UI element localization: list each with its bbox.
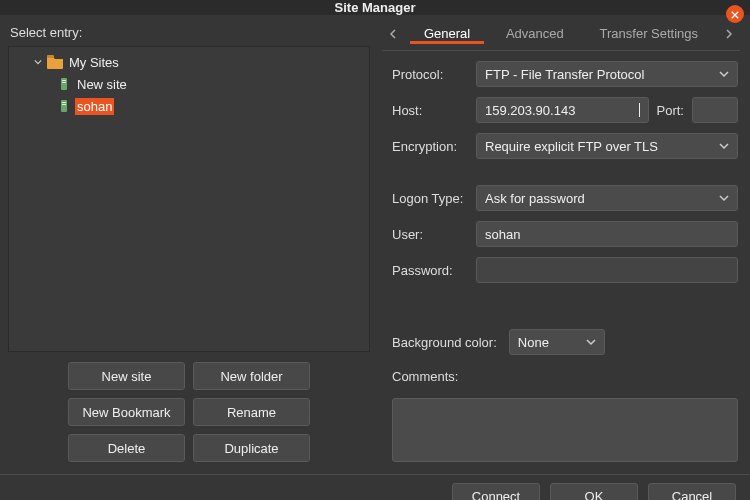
row-bgcolor: Background color: None <box>392 329 738 355</box>
row-password: Password: <box>392 257 738 283</box>
chevron-down-icon <box>719 193 729 203</box>
general-form: Protocol: FTP - File Transfer Protocol H… <box>382 51 740 462</box>
row-host: Host: Port: <box>392 97 738 123</box>
ok-button[interactable]: OK <box>550 483 638 501</box>
duplicate-button[interactable]: Duplicate <box>193 434 310 462</box>
svg-rect-0 <box>47 55 54 58</box>
site-action-buttons: New site New folder New Bookmark Rename … <box>8 352 370 462</box>
tab-transfer-settings[interactable]: Transfer Settings <box>586 26 713 44</box>
titlebar: Site Manager <box>0 0 750 15</box>
host-label: Host: <box>392 103 468 118</box>
tab-bar: General Advanced Transfer Settings <box>382 19 740 51</box>
text-cursor <box>639 103 640 117</box>
close-button[interactable] <box>726 5 744 23</box>
select-entry-label: Select entry: <box>10 25 370 40</box>
logon-type-select[interactable]: Ask for password <box>476 185 738 211</box>
password-label: Password: <box>392 263 468 278</box>
svg-rect-4 <box>61 100 67 112</box>
tab-general[interactable]: General <box>410 26 484 44</box>
chevron-down-icon <box>586 337 596 347</box>
left-pane: Select entry: My Sites <box>0 15 378 474</box>
row-protocol: Protocol: FTP - File Transfer Protocol <box>392 61 738 87</box>
new-bookmark-button[interactable]: New Bookmark <box>68 398 185 426</box>
cancel-button[interactable]: Cancel <box>648 483 736 501</box>
logon-type-label: Logon Type: <box>392 191 468 206</box>
svg-rect-5 <box>62 102 66 103</box>
comments-label: Comments: <box>392 369 738 384</box>
tree-item-new-site[interactable]: New site <box>9 73 369 95</box>
delete-button[interactable]: Delete <box>68 434 185 462</box>
user-input[interactable] <box>485 227 729 242</box>
protocol-select[interactable]: FTP - File Transfer Protocol <box>476 61 738 87</box>
site-manager-window: Site Manager Select entry: <box>0 0 750 500</box>
server-icon <box>57 99 71 113</box>
spacer <box>392 169 738 175</box>
folder-icon <box>47 55 63 69</box>
logon-type-value: Ask for password <box>485 191 585 206</box>
server-icon <box>57 77 71 91</box>
tree-root-my-sites[interactable]: My Sites <box>9 51 369 73</box>
comments-textarea[interactable] <box>392 398 738 462</box>
caret-down-icon <box>33 58 43 66</box>
user-input-wrapper <box>476 221 738 247</box>
tab-scroll-left[interactable] <box>382 21 406 49</box>
new-site-button[interactable]: New site <box>68 362 185 390</box>
protocol-value: FTP - File Transfer Protocol <box>485 67 644 82</box>
password-input[interactable] <box>485 263 729 278</box>
tree-root-label: My Sites <box>67 54 121 71</box>
new-folder-button[interactable]: New folder <box>193 362 310 390</box>
row-logon-type: Logon Type: Ask for password <box>392 185 738 211</box>
tab-advanced[interactable]: Advanced <box>492 26 578 44</box>
encryption-label: Encryption: <box>392 139 468 154</box>
site-tree[interactable]: My Sites New site sohan <box>8 46 370 352</box>
chevron-down-icon <box>719 69 729 79</box>
chevron-right-icon <box>723 27 733 42</box>
window-title: Site Manager <box>335 0 416 15</box>
spacer <box>392 293 738 319</box>
right-pane: General Advanced Transfer Settings Proto… <box>378 15 750 474</box>
rename-button[interactable]: Rename <box>193 398 310 426</box>
svg-rect-1 <box>61 78 67 90</box>
encryption-value: Require explicit FTP over TLS <box>485 139 658 154</box>
background-color-select[interactable]: None <box>509 329 605 355</box>
background-color-label: Background color: <box>392 335 497 350</box>
svg-rect-6 <box>62 104 66 105</box>
close-icon <box>731 7 739 22</box>
svg-rect-3 <box>62 82 66 83</box>
svg-rect-2 <box>62 80 66 81</box>
dialog-footer: Connect OK Cancel <box>0 474 750 500</box>
user-label: User: <box>392 227 468 242</box>
row-user: User: <box>392 221 738 247</box>
tab-scroll-right[interactable] <box>716 21 740 49</box>
background-color-value: None <box>518 335 549 350</box>
chevron-left-icon <box>389 27 399 42</box>
row-encryption: Encryption: Require explicit FTP over TL… <box>392 133 738 159</box>
main-area: Select entry: My Sites <box>0 15 750 474</box>
protocol-label: Protocol: <box>392 67 468 82</box>
connect-button[interactable]: Connect <box>452 483 540 501</box>
encryption-select[interactable]: Require explicit FTP over TLS <box>476 133 738 159</box>
tree-item-label: sohan <box>75 98 114 115</box>
password-input-wrapper <box>476 257 738 283</box>
port-input[interactable] <box>701 103 729 118</box>
port-input-wrapper <box>692 97 738 123</box>
chevron-down-icon <box>719 141 729 151</box>
host-input-wrapper <box>476 97 649 123</box>
tabs: General Advanced Transfer Settings <box>406 26 716 44</box>
host-input[interactable] <box>485 103 638 118</box>
tree-item-label: New site <box>75 76 129 93</box>
dialog-body: Select entry: My Sites <box>0 15 750 500</box>
tree-item-sohan[interactable]: sohan <box>9 95 369 117</box>
port-label: Port: <box>657 103 684 118</box>
